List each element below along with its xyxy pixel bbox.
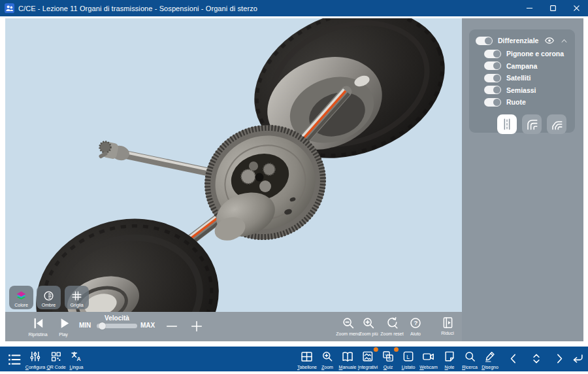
quiz-label: Quiz bbox=[384, 365, 393, 369]
svg-text:?: ? bbox=[414, 319, 418, 326]
speed-increase-button[interactable] bbox=[189, 319, 204, 336]
speed-slider[interactable] bbox=[97, 324, 137, 328]
animation-control-bar: Ripristina Play Velocità MIN MAX Zoom me… bbox=[5, 312, 462, 341]
return-button[interactable] bbox=[570, 352, 585, 369]
differenziale-toggle[interactable] bbox=[476, 37, 493, 45]
webcam-icon bbox=[422, 350, 436, 364]
users-icon bbox=[5, 3, 14, 13]
eye-icon[interactable] bbox=[544, 35, 555, 46]
campana-label: Campana bbox=[506, 62, 537, 70]
chevron-up-icon[interactable] bbox=[560, 37, 568, 45]
notification-dot bbox=[394, 347, 399, 352]
manuale-button[interactable]: Manuale bbox=[339, 349, 357, 369]
pignone-label: Pignone e corona bbox=[506, 50, 564, 58]
ruote-toggle[interactable] bbox=[484, 98, 501, 107]
zoom-label: Zoom bbox=[321, 365, 333, 369]
translate-icon: A bbox=[70, 350, 83, 363]
webcam-button[interactable]: Webcam bbox=[419, 349, 438, 369]
svg-text:L: L bbox=[406, 354, 410, 360]
jump-selector-button[interactable] bbox=[530, 352, 544, 368]
campana-toggle[interactable] bbox=[484, 61, 501, 70]
app-window: C/CE - Lezione 11 Organi di trasmissione… bbox=[0, 0, 588, 374]
satelliti-toggle[interactable] bbox=[484, 74, 501, 82]
pignone-toggle[interactable] bbox=[484, 50, 501, 58]
ombre-label: Ombre bbox=[42, 303, 56, 308]
board-grid-icon bbox=[301, 350, 314, 364]
tabellone-label: Tabellone bbox=[297, 365, 317, 369]
sliders-icon bbox=[29, 350, 42, 363]
disegno-button[interactable]: Disegno bbox=[482, 349, 498, 369]
search-icon bbox=[463, 350, 476, 363]
svg-text:V: V bbox=[385, 353, 387, 357]
integrativi-label: Integrativi bbox=[358, 365, 378, 369]
color-layers-icon bbox=[15, 290, 27, 302]
chevron-right-icon bbox=[553, 352, 566, 366]
straight-road-button[interactable] bbox=[497, 114, 517, 134]
listato-button[interactable]: L Listato bbox=[401, 349, 416, 369]
configura-button[interactable]: Configura bbox=[25, 349, 45, 369]
plus-icon bbox=[189, 319, 204, 333]
note-button[interactable]: Note bbox=[442, 349, 457, 369]
play-button[interactable]: Play bbox=[42, 316, 84, 337]
ombre-button[interactable]: Ombre bbox=[37, 286, 61, 309]
quiz-button[interactable]: V B Quiz bbox=[381, 349, 395, 369]
axle-differential-scene bbox=[5, 18, 462, 312]
double-curve-road-icon bbox=[549, 117, 564, 131]
listing-icon: L bbox=[402, 350, 415, 363]
zoom-in-icon bbox=[321, 350, 334, 363]
play-label: Play bbox=[59, 332, 68, 337]
min-label: MIN bbox=[79, 322, 91, 329]
pen-icon bbox=[483, 350, 497, 363]
colore-button[interactable]: Colore bbox=[9, 286, 33, 309]
window-title: C/CE - Lezione 11 Organi di trasmissione… bbox=[18, 5, 257, 12]
ricerca-label: Ricerca bbox=[462, 365, 478, 369]
3d-viewport[interactable]: Colore Ombre Griglia bbox=[5, 18, 462, 312]
return-arrow-icon bbox=[570, 352, 585, 366]
tabellone-button[interactable]: Tabellone bbox=[297, 349, 317, 369]
menu-list-button[interactable] bbox=[7, 352, 22, 370]
integrativi-button[interactable]: Integrativi bbox=[358, 349, 378, 369]
previous-button[interactable] bbox=[507, 352, 521, 368]
zoom-tool-button[interactable]: Zoom bbox=[320, 349, 335, 369]
webcam-label: Webcam bbox=[419, 365, 438, 369]
speed-decrease-button[interactable] bbox=[165, 319, 179, 336]
svg-text:B: B bbox=[389, 356, 391, 360]
flashcards-icon: V B bbox=[382, 350, 395, 363]
jump-selector-icon bbox=[530, 352, 544, 366]
colore-label: Colore bbox=[14, 303, 28, 308]
qr-code-button[interactable]: QR Code bbox=[46, 349, 65, 369]
next-button[interactable] bbox=[553, 352, 566, 368]
max-label: MAX bbox=[140, 322, 155, 329]
close-button[interactable] bbox=[564, 0, 588, 16]
curve-road-icon bbox=[525, 117, 539, 131]
maximize-button[interactable] bbox=[541, 0, 564, 16]
riduci-label: Riduci bbox=[441, 331, 453, 335]
ricerca-button[interactable]: Ricerca bbox=[462, 349, 478, 369]
title-bar: C/CE - Lezione 11 Organi di trasmissione… bbox=[0, 0, 588, 16]
straight-road-icon bbox=[500, 117, 514, 131]
configura-label: Configura bbox=[25, 365, 45, 369]
minus-icon bbox=[165, 319, 179, 333]
media-stack-icon bbox=[361, 350, 374, 363]
curve-road-button[interactable] bbox=[522, 114, 542, 134]
manuale-label: Manuale bbox=[339, 365, 357, 369]
open-book-icon bbox=[341, 350, 355, 364]
help-icon: ? bbox=[408, 316, 423, 330]
grid-icon bbox=[71, 290, 83, 302]
minimize-button[interactable] bbox=[517, 0, 541, 16]
semiassi-toggle[interactable] bbox=[484, 86, 501, 94]
disegno-label: Disegno bbox=[482, 365, 498, 369]
lingua-button[interactable]: A Lingua bbox=[69, 349, 84, 369]
griglia-button[interactable]: Griglia bbox=[65, 286, 89, 309]
qr-code-icon bbox=[50, 350, 63, 363]
speed-slider-knob[interactable] bbox=[99, 322, 106, 330]
lingua-label: Lingua bbox=[69, 365, 83, 369]
layers-sidebar: Differenziale Pignone e corona Campana bbox=[462, 18, 583, 341]
semiassi-label: Semiassi bbox=[506, 86, 536, 94]
shadows-contrast-icon bbox=[42, 290, 55, 302]
riduci-button[interactable]: Riduci bbox=[427, 316, 468, 335]
velocita-label: Velocità bbox=[97, 314, 137, 322]
double-curve-road-button[interactable] bbox=[547, 114, 566, 134]
list-icon bbox=[7, 352, 22, 367]
play-icon bbox=[56, 316, 71, 331]
